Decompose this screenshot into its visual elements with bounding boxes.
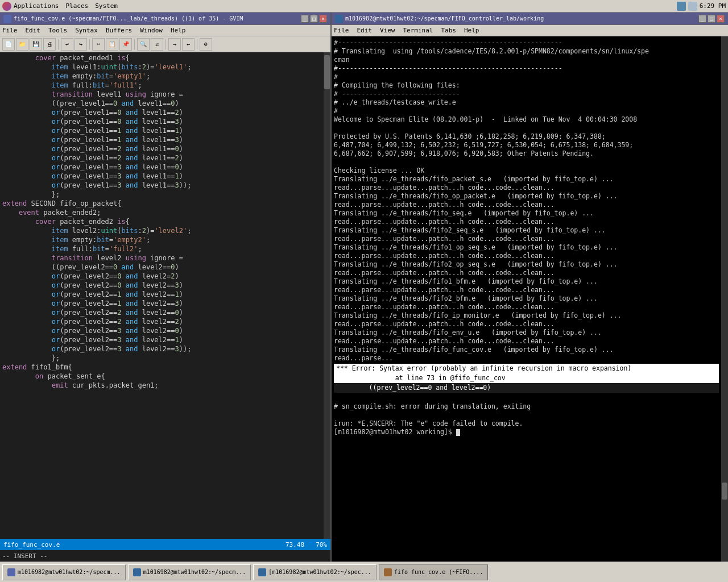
term-line: Checking license ... OK: [334, 167, 719, 175]
term-menu-terminal[interactable]: Terminal: [403, 27, 433, 34]
term-line: # Compiling the following files:: [334, 81, 719, 90]
code-line: or(prev_level2==3 and level2==0): [0, 326, 324, 335]
taskbar-icon-1: [7, 568, 15, 576]
system-menu[interactable]: System: [95, 2, 118, 10]
undo-button[interactable]: ↩: [61, 38, 73, 51]
network-icon: [677, 2, 686, 11]
term-menu-tabs[interactable]: Tabs: [441, 27, 456, 34]
term-minimize-button[interactable]: _: [698, 15, 706, 23]
system-bar: Applications Places System 6:29 PM: [0, 0, 728, 13]
new-file-button[interactable]: 📄: [2, 38, 15, 51]
code-line: transition level1 using ignore =: [0, 90, 324, 99]
scrollbar-thumb[interactable]: [324, 55, 330, 89]
term-line: cman: [334, 56, 719, 64]
term-maximize-button[interactable]: □: [708, 15, 715, 23]
term-line: Translating ../e_threads/fifo_ip_monitor…: [334, 311, 719, 320]
term-menu-file[interactable]: File: [334, 27, 349, 34]
terminal-panel-body: #---------------------------------------…: [332, 36, 728, 562]
term-menu-view[interactable]: View: [380, 27, 395, 34]
code-line: or(prev_level1==0 and level1==2): [0, 108, 324, 117]
vim-menu-help[interactable]: Help: [171, 27, 186, 34]
applications-menu[interactable]: Applications: [14, 2, 59, 10]
jump-button[interactable]: →: [168, 38, 181, 51]
sys-app-icon: [2, 2, 11, 11]
terminal-output[interactable]: #---------------------------------------…: [332, 36, 721, 562]
taskbar-item-2[interactable]: m1016982@mtw01hwt02:~/specm...: [128, 564, 251, 580]
terminal-scrollbar-thumb[interactable]: [722, 483, 727, 500]
gvim-titlebar: fifo_func_cov.e (~specman/FIFO..._lab/e_…: [0, 13, 330, 25]
taskbar-icon-3: [258, 568, 266, 576]
code-panel-body: cover packet_ended1 is{ item level1:uint…: [0, 52, 330, 539]
code-line: };: [0, 190, 324, 199]
redo-button[interactable]: ↪: [75, 38, 87, 51]
term-menu-edit[interactable]: Edit: [357, 27, 373, 34]
code-line: or(prev_level2==3 and level2==3));: [0, 344, 324, 354]
code-line: ((prev_level1==0 and level1==0): [0, 99, 324, 108]
maximize-button[interactable]: □: [310, 15, 318, 23]
term-line: [334, 394, 719, 402]
code-line: item full:bit='full2';: [0, 244, 324, 253]
vim-position: 73,48: [286, 541, 304, 548]
copy-button[interactable]: 📋: [106, 38, 118, 51]
gvim-title: fifo_func_cov.e (~specman/FIFO..._lab/e_…: [14, 15, 243, 22]
vim-menubar: File Edit Tools Syntax Buffers Window He…: [0, 25, 330, 36]
term-line: # Translating using /tools/cadence/IES/8…: [334, 47, 719, 56]
code-line: or(prev_level1==1 and level1==3): [0, 135, 324, 144]
vim-menu-window[interactable]: Window: [140, 27, 163, 34]
taskbar-label-2: m1016982@mtw01hwt02:~/specm...: [143, 569, 246, 575]
code-line: on packet_sent_e{: [0, 372, 324, 381]
term-menu-help[interactable]: Help: [464, 27, 479, 34]
code-line: cover packet_ended2 is{: [0, 217, 324, 226]
back-button[interactable]: ←: [182, 38, 195, 51]
term-line: Translating ../e_threads/fifo2_seq_s.e (…: [334, 226, 719, 235]
cut-button[interactable]: ✂: [92, 38, 105, 51]
close-button[interactable]: ×: [319, 15, 327, 23]
terminal-title: m1016982@mtwt01hwt02:~/specman/FIFO_cont…: [345, 15, 544, 22]
term-close-button[interactable]: ×: [717, 15, 725, 23]
term-line: Translating ../e_threads/fifo2_bfm.e (im…: [334, 294, 719, 303]
terminal-scrollbar[interactable]: [721, 36, 728, 562]
vim-menu-syntax[interactable]: Syntax: [75, 27, 98, 34]
error-line-1: *** Error: Syntax error (probably an inf…: [334, 364, 719, 373]
terminal-titlebar: m1016982@mtwt01hwt02:~/specman/FIFO_cont…: [332, 13, 728, 25]
code-line: extend fifo1_bfm{: [0, 363, 324, 372]
code-line: or(prev_level2==2 and level2==2): [0, 317, 324, 326]
taskbar-item-4[interactable]: fifo_func_cov.e (~FIFO....: [379, 564, 489, 580]
term-line: [334, 124, 719, 132]
taskbar-icon-4: [384, 568, 392, 576]
code-editor[interactable]: cover packet_ended1 is{ item level1:uint…: [0, 52, 324, 539]
code-line: or(prev_level1==1 and level1==1): [0, 126, 324, 135]
replace-button[interactable]: ⇄: [151, 38, 163, 51]
vim-menu-tools[interactable]: Tools: [48, 27, 67, 34]
vim-menu-file[interactable]: File: [2, 27, 18, 34]
minimize-button[interactable]: _: [301, 15, 309, 23]
code-scrollbar[interactable]: [324, 52, 330, 539]
term-line: read...parse...update...patch...h code..…: [334, 201, 719, 209]
term-line: read...parse...update...patch...h code..…: [334, 337, 719, 346]
term-line: Translating ../e_threads/fifo1_op_seq_s.…: [334, 243, 719, 252]
taskbar-item-3[interactable]: [m1016982@mtw01hwt02:~/spec...: [253, 564, 377, 580]
code-line: emit cur_pkts.packet_gen1;: [0, 381, 324, 390]
taskbar-label-3: [m1016982@mtw01hwt02:~/spec...: [268, 569, 371, 575]
term-line: # sn_compile.sh: error during translatio…: [334, 402, 719, 411]
sys-tray: 6:29 PM: [677, 2, 726, 11]
taskbar-item-1[interactable]: m1016982@mtw01hwt02:~/specm...: [2, 564, 126, 580]
paste-button[interactable]: 📌: [119, 38, 132, 51]
save-button[interactable]: 💾: [30, 38, 42, 51]
vim-status-area: fifo_func_cov.e 73,48 70% -- INSERT --: [0, 539, 330, 562]
print-button[interactable]: 🖨: [43, 38, 56, 51]
places-menu[interactable]: Places: [65, 2, 88, 10]
vim-menu-edit[interactable]: Edit: [26, 27, 41, 34]
open-file-button[interactable]: 📁: [16, 38, 28, 51]
clock: 6:29 PM: [700, 2, 726, 10]
term-line: Translating ../e_threads/fifo_packet_s.e…: [334, 175, 719, 184]
term-line: # ------------------------------: [334, 90, 719, 98]
toolbar-sep-3: [134, 39, 135, 49]
find-button[interactable]: 🔍: [137, 38, 150, 51]
code-line: or(prev_level2==3 and level2==1): [0, 335, 324, 344]
code-line: or(prev_level1==0 and level1==3): [0, 117, 324, 126]
vim-menu-buffers[interactable]: Buffers: [106, 27, 132, 34]
term-line: #: [334, 73, 719, 81]
build-button[interactable]: ⚙: [200, 38, 212, 51]
sound-icon: [688, 2, 697, 11]
